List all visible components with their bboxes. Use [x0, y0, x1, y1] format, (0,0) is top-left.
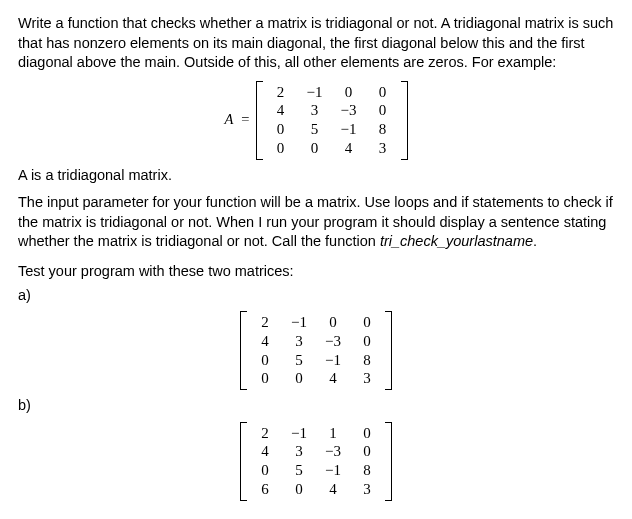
matrix-cell: 0	[248, 351, 282, 370]
matrix-cell: 0	[332, 83, 366, 102]
matrix-cell: 4	[264, 101, 298, 120]
matrix-cell: 8	[350, 461, 384, 480]
matrix-cell: −1	[282, 313, 316, 332]
example-matrix-block: A = 2 −1 0 0 4 3 −3 0 0 5 −1 8 0 0 4 3	[18, 81, 614, 160]
matrix-row: 2 −1 1 0	[248, 424, 384, 443]
function-name: tri_check_yourlastname	[380, 233, 533, 249]
matrix-cell: 2	[248, 424, 282, 443]
matrix-cell: 0	[248, 369, 282, 388]
matrix-cell: −3	[316, 442, 350, 461]
matrix-cell: 0	[366, 83, 400, 102]
matrix-row: 2 −1 0 0	[248, 313, 384, 332]
example-matrix: 2 −1 0 0 4 3 −3 0 0 5 −1 8 0 0 4 3	[256, 81, 408, 160]
body-end: .	[533, 233, 537, 249]
matrix-cell: 3	[350, 369, 384, 388]
matrix-cell: 5	[282, 351, 316, 370]
matrix-row: 0 0 4 3	[264, 139, 400, 158]
matrix-cell: 4	[248, 442, 282, 461]
matrix-cell: −1	[282, 424, 316, 443]
test-heading: Test your program with these two matrice…	[18, 262, 614, 282]
matrix-row: 6 0 4 3	[248, 480, 384, 499]
matrix-cell: −1	[316, 351, 350, 370]
matrix-row: 0 5 −1 8	[248, 461, 384, 480]
matrix-a-block: 2 −1 0 0 4 3 −3 0 0 5 −1 8 0 0 4 3	[18, 311, 614, 390]
matrix-row: 0 5 −1 8	[264, 120, 400, 139]
matrix-cell: 2	[264, 83, 298, 102]
matrix-cell: 5	[282, 461, 316, 480]
matrix-cell: 8	[366, 120, 400, 139]
statement-text: A is a tridiagonal matrix.	[18, 166, 614, 186]
matrix-a: 2 −1 0 0 4 3 −3 0 0 5 −1 8 0 0 4 3	[240, 311, 392, 390]
matrix-cell: 2	[248, 313, 282, 332]
matrix-row: 2 −1 0 0	[264, 83, 400, 102]
matrix-cell: 0	[282, 369, 316, 388]
body-text: The input parameter for your function wi…	[18, 193, 614, 252]
matrix-cell: 0	[264, 139, 298, 158]
matrix-b-block: 2 −1 1 0 4 3 −3 0 0 5 −1 8 6 0 4 3	[18, 422, 614, 501]
matrix-cell: 0	[350, 332, 384, 351]
matrix-cell: 5	[298, 120, 332, 139]
intro-text: Write a function that checks whether a m…	[18, 14, 614, 73]
matrix-cell: −1	[298, 83, 332, 102]
matrix-cell: 4	[248, 332, 282, 351]
matrix-cell: 8	[350, 351, 384, 370]
matrix-label: A	[224, 110, 233, 130]
part-b-label: b)	[18, 396, 614, 416]
matrix-cell: 3	[350, 480, 384, 499]
matrix-cell: 3	[366, 139, 400, 158]
matrix-cell: 1	[316, 424, 350, 443]
matrix-cell: 0	[298, 139, 332, 158]
matrix-cell: −1	[316, 461, 350, 480]
matrix-b: 2 −1 1 0 4 3 −3 0 0 5 −1 8 6 0 4 3	[240, 422, 392, 501]
matrix-row: 4 3 −3 0	[248, 442, 384, 461]
matrix-cell: −3	[316, 332, 350, 351]
part-a-label: a)	[18, 286, 614, 306]
matrix-cell: 3	[298, 101, 332, 120]
matrix-cell: 0	[264, 120, 298, 139]
matrix-cell: 4	[316, 369, 350, 388]
matrix-cell: 0	[350, 442, 384, 461]
matrix-cell: 0	[350, 313, 384, 332]
matrix-row: 4 3 −3 0	[264, 101, 400, 120]
matrix-row: 4 3 −3 0	[248, 332, 384, 351]
matrix-cell: 0	[350, 424, 384, 443]
matrix-cell: 6	[248, 480, 282, 499]
matrix-cell: 0	[316, 313, 350, 332]
matrix-cell: −3	[332, 101, 366, 120]
matrix-cell: 0	[248, 461, 282, 480]
matrix-cell: 4	[316, 480, 350, 499]
matrix-cell: 0	[366, 101, 400, 120]
matrix-row: 0 5 −1 8	[248, 351, 384, 370]
matrix-cell: 0	[282, 480, 316, 499]
matrix-row: 0 0 4 3	[248, 369, 384, 388]
matrix-cell: 4	[332, 139, 366, 158]
matrix-cell: 3	[282, 332, 316, 351]
matrix-cell: −1	[332, 120, 366, 139]
matrix-cell: 3	[282, 442, 316, 461]
equals-sign: =	[241, 110, 249, 130]
